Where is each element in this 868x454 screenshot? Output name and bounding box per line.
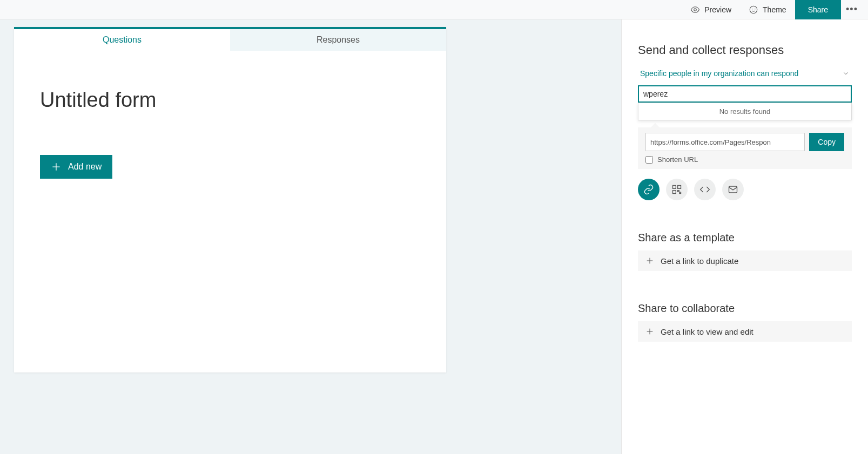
svg-rect-2 bbox=[673, 186, 676, 189]
svg-rect-7 bbox=[729, 186, 737, 193]
share-embed-button[interactable] bbox=[694, 179, 716, 200]
shorten-url-checkbox[interactable] bbox=[645, 156, 653, 164]
share-qr-button[interactable] bbox=[666, 179, 688, 200]
share-button[interactable]: Share bbox=[795, 0, 841, 19]
share-link-button[interactable] bbox=[638, 179, 660, 200]
tab-questions[interactable]: Questions bbox=[14, 29, 230, 51]
template-link-label: Get a link to duplicate bbox=[661, 256, 738, 266]
svg-rect-4 bbox=[673, 191, 676, 194]
svg-point-0 bbox=[694, 8, 697, 11]
preview-label: Preview bbox=[704, 5, 731, 14]
form-canvas: Questions Responses Untitled form Add ne… bbox=[14, 27, 446, 372]
preview-icon bbox=[690, 5, 700, 15]
add-new-button[interactable]: Add new bbox=[40, 155, 112, 179]
topbar: Preview Theme Share ••• bbox=[0, 0, 868, 19]
svg-rect-5 bbox=[678, 191, 679, 192]
share-email-button[interactable] bbox=[722, 179, 744, 200]
share-panel: Send and collect responses Specific peop… bbox=[621, 19, 868, 454]
shorten-url-label: Shorten URL bbox=[657, 155, 698, 164]
copy-button[interactable]: Copy bbox=[809, 133, 844, 151]
get-collab-link-button[interactable]: Get a link to view and edit bbox=[638, 321, 852, 342]
search-results-dropdown: No results found bbox=[638, 103, 852, 120]
ellipsis-icon: ••• bbox=[846, 4, 858, 15]
link-icon bbox=[643, 184, 654, 195]
no-results-text: No results found bbox=[719, 107, 771, 116]
svg-rect-6 bbox=[679, 192, 681, 194]
svg-rect-3 bbox=[678, 186, 681, 189]
chevron-down-icon bbox=[842, 70, 850, 77]
share-url-input[interactable] bbox=[645, 133, 805, 151]
share-label: Share bbox=[808, 5, 828, 14]
tab-responses[interactable]: Responses bbox=[230, 29, 446, 51]
add-new-label: Add new bbox=[68, 162, 102, 172]
svg-point-1 bbox=[750, 6, 757, 13]
plus-icon bbox=[51, 161, 62, 172]
theme-label: Theme bbox=[763, 5, 786, 14]
theme-button[interactable]: Theme bbox=[740, 0, 795, 19]
collab-heading: Share to collaborate bbox=[638, 302, 852, 315]
share-url-section: Copy Shorten URL bbox=[638, 127, 852, 169]
people-search-wrapper: No results found bbox=[638, 81, 852, 103]
tab-responses-label: Responses bbox=[317, 35, 360, 45]
permission-label: Specific people in my organization can r… bbox=[640, 69, 798, 78]
share-method-row bbox=[638, 179, 852, 200]
template-heading: Share as a template bbox=[638, 232, 852, 244]
people-search-input[interactable] bbox=[638, 85, 852, 103]
embed-icon bbox=[699, 184, 710, 195]
form-body: Untitled form Add new bbox=[14, 51, 446, 192]
qr-icon bbox=[671, 184, 682, 195]
plus-icon bbox=[645, 327, 654, 336]
plus-icon bbox=[645, 256, 654, 265]
panel-heading: Send and collect responses bbox=[638, 43, 852, 57]
form-title[interactable]: Untitled form bbox=[40, 89, 420, 112]
permission-dropdown[interactable]: Specific people in my organization can r… bbox=[638, 66, 852, 81]
preview-button[interactable]: Preview bbox=[682, 0, 740, 19]
tab-row: Questions Responses bbox=[14, 27, 446, 51]
more-button[interactable]: ••• bbox=[841, 0, 863, 19]
collab-link-label: Get a link to view and edit bbox=[661, 327, 753, 336]
theme-icon bbox=[749, 5, 758, 15]
tab-questions-label: Questions bbox=[103, 35, 142, 45]
email-icon bbox=[728, 184, 738, 195]
get-duplicate-link-button[interactable]: Get a link to duplicate bbox=[638, 250, 852, 271]
